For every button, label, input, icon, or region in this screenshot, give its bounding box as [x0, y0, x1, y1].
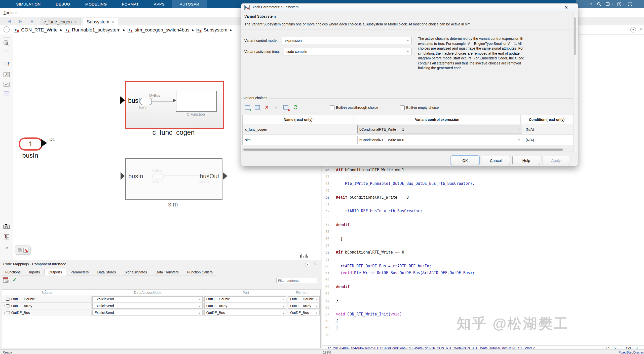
sim-subsystem-block[interactable]: busIn MyBus busIn busOut busOut [125, 158, 222, 200]
zoom-level[interactable]: 188% [323, 350, 331, 354]
table-row[interactable]: ›OutDE_Double ExplicitSend∨ OutDE_Double… [2, 296, 320, 303]
code-line[interactable]: 62 [322, 276, 634, 283]
tools-menu[interactable]: Tools ▼ [4, 10, 17, 15]
help-icon[interactable]: ? ▾ [617, 2, 624, 7]
code-line[interactable]: 59 [322, 256, 634, 263]
code-line[interactable]: 52 rtARID_DEF.busIn = rtb_BusCreator; [322, 208, 634, 215]
tab-parameters[interactable]: Parameters [66, 269, 93, 275]
code-line[interactable]: 55 [322, 228, 634, 235]
code-line[interactable]: 49 [322, 187, 634, 194]
code-line[interactable]: 58#if bConditionalRTE_Write == 0 [322, 249, 634, 256]
element-dropdown[interactable]: OutDE_Double∨ [288, 296, 320, 302]
code-line[interactable]: 61 (void)Rte_Write_OutDE_Bus_OutDE_Bus(&… [322, 269, 634, 276]
col-dataaccessmode[interactable]: DataAccessMode [92, 290, 204, 296]
element-dropdown[interactable]: OutDE_Array∨ [288, 303, 320, 309]
c-function-block[interactable] [176, 91, 217, 112]
code-line[interactable]: 66 [322, 304, 634, 311]
save-model-icon[interactable]: ▾ [605, 2, 613, 7]
expression-dropdown[interactable]: bConditionalRTE_Write == 0∨ [357, 136, 522, 144]
code-line[interactable]: 56 } [322, 235, 634, 242]
activation-time-dropdown[interactable]: code compile∨ [284, 48, 411, 55]
scrollbar-thumb[interactable] [243, 149, 563, 151]
expand-palette-icon[interactable]: » [3, 244, 10, 251]
tab-data-stores[interactable]: Data Stores [93, 269, 120, 275]
signal-routing-icon[interactable] [3, 61, 10, 67]
convert-choice-icon[interactable] [282, 104, 290, 111]
tab-signals-states[interactable]: Signals/States [120, 269, 151, 275]
fit-to-view-icon[interactable] [3, 50, 10, 57]
dialog-vertical-scrollbar[interactable] [573, 12, 577, 152]
tab-debug[interactable]: DEBUG [48, 0, 78, 8]
inport-name[interactable]: busIn [15, 152, 45, 159]
refresh-choices-icon[interactable] [292, 104, 299, 111]
help-button[interactable]: Help [512, 156, 540, 165]
breadcrumb-item-subsystem[interactable]: Subsystem [204, 27, 227, 33]
pane-resize-grip-icon[interactable] [300, 254, 309, 258]
tab-format[interactable]: FORMAT [115, 0, 146, 8]
add-model-choice-icon[interactable]: + [253, 104, 261, 111]
update-code-mappings-icon[interactable] [3, 277, 10, 284]
code-line[interactable]: 50#elif bConditionalRTE_Write == 0 [322, 194, 634, 201]
code-line[interactable]: 51 [322, 201, 634, 207]
table-row[interactable]: ›OutDE_Bus ExplicitSend∨ OutDE_Bus∨ OutD… [2, 309, 320, 316]
code-line[interactable]: 54#endif [322, 221, 634, 228]
breadcrumb-item-runnable1[interactable]: Runnable1_subsystem [72, 27, 120, 33]
image-annotation-icon[interactable] [3, 81, 10, 88]
panel-close-icon[interactable]: × [314, 261, 316, 266]
tab-autosar[interactable]: AUTOSAR [172, 0, 207, 8]
control-mode-dropdown[interactable]: expression∨ [282, 37, 411, 44]
panel-close-icon[interactable]: × [639, 26, 642, 32]
horizontal-scrollbar[interactable] [242, 148, 573, 152]
viewmarks-icon[interactable] [3, 234, 10, 240]
port-dropdown[interactable]: OutDE_Double∨ [204, 296, 286, 302]
close-tab-icon[interactable]: × [112, 19, 114, 24]
validate-mappings-icon[interactable]: ✓ [12, 276, 17, 283]
port-dropdown[interactable]: OutDE_Bus∨ [204, 310, 286, 315]
expression-dropdown[interactable]: bConditionalRTE_Write == 1∨ [357, 125, 522, 133]
panel-menu-icon[interactable]: ▾ [630, 27, 636, 32]
edit-choice-icon[interactable]: ✓ [273, 104, 280, 111]
code-line[interactable]: 53 [322, 215, 634, 221]
col-source[interactable]: Source [2, 290, 92, 296]
cancel-button[interactable]: Cancel [482, 156, 510, 165]
col-port[interactable]: Port [204, 290, 288, 296]
table-row[interactable]: c_func_cogen bConditionalRTE_Write == 1∨… [243, 124, 573, 135]
tab-functions[interactable]: Functions [1, 269, 25, 275]
apply-button[interactable]: Apply [543, 156, 569, 165]
tab-data-transfers[interactable]: Data Transfers [151, 269, 183, 275]
dataaccessmode-dropdown[interactable]: ExplicitSend∨ [92, 296, 202, 302]
scrollbar-thumb[interactable] [574, 17, 576, 55]
passthrough-checkbox[interactable] [330, 105, 334, 110]
inport-block[interactable]: 1 [19, 137, 43, 151]
code-line[interactable]: 57 [322, 242, 634, 249]
up-to-parent-icon[interactable]: ▲ [30, 18, 34, 24]
filter-contents-input[interactable] [276, 278, 317, 283]
tab-inports[interactable]: Inports [25, 269, 44, 275]
zoom-region-icon[interactable] [3, 40, 10, 47]
variant-block-name[interactable]: c_func_cogen [125, 129, 222, 136]
code-line[interactable]: 46#if bConditionalRTE_Write == 1 [322, 166, 634, 173]
dataaccessmode-dropdown[interactable]: ExplicitSend∨ [92, 310, 202, 315]
logged-signals-icon[interactable] [23, 248, 28, 253]
col-element[interactable]: Element [288, 290, 316, 296]
tab-function-callers[interactable]: Function Callers [183, 269, 217, 275]
sim-block-name[interactable]: sim [125, 201, 221, 208]
code-line[interactable]: 63#endif [322, 283, 634, 290]
annotation-icon[interactable]: A [3, 71, 10, 78]
sort-indicator-icon[interactable]: ∧ [45, 289, 46, 292]
doc-tab-c-func-cogen[interactable]: c_func_cogen× [40, 18, 81, 26]
dataaccessmode-dropdown[interactable]: ExplicitSend∨ [92, 303, 202, 309]
breadcrumb-item-switch4bus[interactable]: sim_codegen_switch4bus [135, 27, 190, 33]
add-subsystem-choice-icon[interactable]: + [244, 104, 251, 111]
dialog-close-icon[interactable]: × [564, 4, 568, 11]
data-inspector-icon[interactable] [17, 248, 22, 253]
code-line[interactable]: 47 [322, 173, 634, 180]
code-line[interactable]: 65} [322, 297, 634, 304]
back-arrow-icon[interactable]: ◀ [8, 18, 11, 24]
search-icon[interactable] [597, 2, 601, 7]
element-dropdown[interactable]: OutDE_Bus∨ [288, 310, 320, 315]
screenshot-camera-icon[interactable] [3, 223, 10, 230]
col-more[interactable]: .. [316, 290, 320, 296]
minimize-toolstrip-icon[interactable] [628, 2, 632, 7]
empty-choice-checkbox[interactable] [400, 105, 405, 110]
